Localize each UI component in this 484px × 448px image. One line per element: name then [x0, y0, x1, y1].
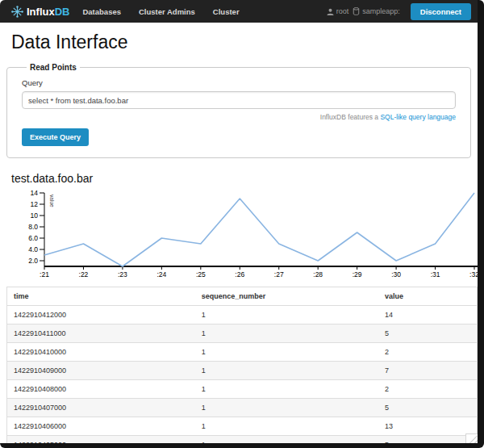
- cell-sequence-number: 1: [195, 399, 378, 417]
- svg-text::25: :25: [196, 270, 206, 278]
- navbar: InfluxDB Databases Cluster Admins Cluste…: [0, 0, 478, 23]
- cell-time: 1422910406000: [7, 417, 195, 436]
- navbar-session-info: root sampleapp: Disconnect: [327, 3, 471, 20]
- cell-sequence-number: 1: [195, 306, 378, 324]
- svg-text:6.0: 6.0: [28, 234, 38, 242]
- sql-docs-link[interactable]: SQL-like query language: [380, 113, 456, 121]
- app-window: InfluxDB Databases Cluster Admins Cluste…: [0, 0, 484, 448]
- cell-time: 1422910411000: [7, 324, 195, 343]
- help-prefix: InfluxDB features a: [320, 113, 381, 121]
- svg-text::21: :21: [40, 270, 49, 278]
- svg-text::31: :31: [431, 270, 440, 278]
- query-result-chart: 2.04.06.08.0101214:21:22:23:24:25:26:27:…: [6, 188, 478, 283]
- cell-value: 5: [378, 324, 477, 343]
- cell-sequence-number: 1: [195, 362, 378, 380]
- svg-text::27: :27: [274, 270, 284, 278]
- cell-value: 14: [378, 306, 477, 324]
- browser-viewport: InfluxDB Databases Cluster Admins Cluste…: [0, 0, 478, 443]
- cell-sequence-number: 1: [195, 417, 378, 436]
- nav-item-databases[interactable]: Databases: [82, 7, 121, 16]
- query-help-text: InfluxDB features a SQL-like query langu…: [22, 113, 456, 121]
- read-points-panel: Read Points Query InfluxDB features a SQ…: [6, 63, 471, 158]
- cell-time: 1422910408000: [7, 380, 195, 399]
- nav-item-cluster-admins[interactable]: Cluster Admins: [139, 7, 195, 16]
- nav-item-cluster[interactable]: Cluster: [213, 7, 240, 16]
- svg-text::23: :23: [118, 270, 127, 278]
- current-user: root: [327, 7, 349, 15]
- column-header-sequence-number: sequence_number: [195, 287, 378, 306]
- svg-text:4.0: 4.0: [28, 245, 38, 253]
- query-input[interactable]: [22, 91, 456, 109]
- table-row: 1422910406000113: [7, 417, 478, 436]
- svg-text::28: :28: [313, 270, 323, 278]
- cell-time: 1422910412000: [7, 306, 195, 324]
- cell-value: 5: [378, 399, 477, 417]
- execute-query-button[interactable]: Execute Query: [22, 128, 89, 146]
- table-row: 142291040700015: [7, 399, 478, 417]
- cell-sequence-number: 1: [195, 380, 378, 399]
- cell-time: 1422910407000: [7, 399, 195, 417]
- svg-text::32: :32: [469, 270, 478, 278]
- table-row: 142291041000012: [7, 343, 478, 362]
- cell-value: 7: [378, 362, 477, 380]
- read-points-legend: Read Points: [27, 63, 80, 72]
- resize-grip[interactable]: [465, 433, 478, 443]
- svg-text:12: 12: [31, 200, 39, 208]
- cell-value: 5: [378, 436, 477, 444]
- column-header-time: time: [7, 287, 195, 306]
- cell-sequence-number: 1: [195, 343, 378, 362]
- svg-text:10: 10: [31, 211, 39, 220]
- svg-text::26: :26: [235, 270, 244, 278]
- username: root: [336, 7, 349, 15]
- page-title: Data Interface: [11, 31, 466, 53]
- cell-value: 13: [378, 417, 477, 436]
- current-database: sampleapp:: [353, 7, 400, 15]
- svg-text::29: :29: [353, 270, 362, 278]
- influxdb-logo-icon: [11, 6, 23, 18]
- query-label: Query: [22, 78, 456, 87]
- brand-text-influx: Influx: [27, 6, 55, 18]
- svg-text:2.0: 2.0: [28, 257, 38, 265]
- brand-text-db: DB: [55, 6, 70, 18]
- results-table: time sequence_number value 1422910412000…: [6, 287, 478, 443]
- svg-text:8.0: 8.0: [28, 223, 38, 231]
- table-row: 142291040900017: [7, 362, 478, 380]
- nav-links: Databases Cluster Admins Cluster: [82, 7, 239, 16]
- svg-text::30: :30: [391, 270, 401, 278]
- cell-sequence-number: 1: [195, 436, 378, 444]
- table-row: 142291040800012: [7, 380, 478, 399]
- column-header-value: value: [378, 287, 477, 306]
- cell-sequence-number: 1: [195, 324, 378, 343]
- cell-time: 1422910409000: [7, 362, 195, 380]
- cell-value: 2: [378, 380, 477, 399]
- table-row: 142291041100015: [7, 324, 478, 343]
- user-icon: [327, 8, 334, 15]
- table-row: 142291040500015: [7, 436, 478, 444]
- disconnect-button[interactable]: Disconnect: [411, 3, 471, 20]
- svg-text:14: 14: [31, 189, 39, 197]
- cell-time: 1422910410000: [7, 343, 195, 362]
- svg-text::24: :24: [156, 270, 166, 278]
- table-row: 1422910412000114: [7, 306, 478, 324]
- cell-time: 1422910405000: [7, 436, 195, 444]
- svg-text::22: :22: [79, 270, 89, 278]
- cell-value: 2: [378, 343, 477, 362]
- series-title: test.data.foo.bar: [11, 172, 466, 185]
- svg-text:value: value: [49, 195, 55, 207]
- database-name: sampleapp:: [362, 7, 400, 15]
- results-table-header: time sequence_number value: [7, 287, 478, 306]
- influxdb-brand[interactable]: InfluxDB: [11, 6, 69, 18]
- database-icon: [353, 7, 360, 15]
